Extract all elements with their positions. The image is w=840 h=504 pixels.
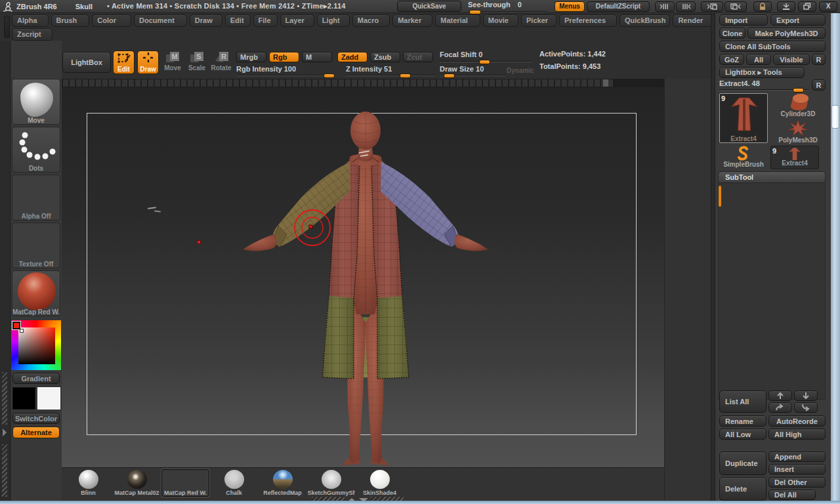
- menu-document[interactable]: Document: [134, 14, 187, 27]
- subtool-move-down-hierarchy-button[interactable]: [794, 402, 818, 413]
- menu-edit[interactable]: Edit: [225, 14, 251, 27]
- all-low-button[interactable]: All Low: [719, 429, 766, 440]
- clone-all-subtools-button[interactable]: Clone All SubTools: [719, 41, 826, 52]
- menu-draw[interactable]: Draw: [190, 14, 222, 27]
- material-reflectedmap[interactable]: ReflectedMap: [259, 469, 306, 497]
- menu-brush[interactable]: Brush: [51, 14, 90, 27]
- dynamic-label[interactable]: Dynamic: [507, 67, 534, 74]
- menu-zscript[interactable]: Zscript: [12, 28, 52, 41]
- current-tool-thumbnail[interactable]: 9 Extract4: [719, 93, 768, 143]
- menu-movie[interactable]: Movie: [483, 14, 518, 27]
- brush-selector[interactable]: Move: [12, 79, 60, 125]
- tool-item-polymesh3d[interactable]: PolyMesh3D: [770, 119, 826, 144]
- rotate-tool-button[interactable]: R Rotate: [210, 51, 232, 74]
- gradient-button[interactable]: Gradient: [12, 373, 60, 384]
- delete-button[interactable]: Delete: [719, 477, 766, 501]
- rgb-intensity-slider[interactable]: Rgb Intensity 100: [236, 65, 335, 76]
- default-zscript-button[interactable]: DefaultZScript: [587, 1, 650, 12]
- tool-item-extract4[interactable]: 9 Extract4: [770, 146, 819, 169]
- append-button[interactable]: Append: [768, 452, 826, 462]
- main-color-swatch[interactable]: [12, 387, 35, 410]
- subtool-scroll-indicator[interactable]: [719, 186, 721, 207]
- zadd-button[interactable]: Zadd: [337, 52, 368, 62]
- right-divider[interactable]: [711, 13, 715, 504]
- m-button[interactable]: M: [302, 52, 332, 62]
- alternate-button[interactable]: Alternate: [12, 427, 60, 438]
- right-scrollbar-thumb[interactable]: [831, 105, 839, 129]
- menu-quickbrush[interactable]: QuickBrush: [620, 14, 670, 27]
- menu-preferences[interactable]: Preferences: [559, 14, 617, 27]
- menu-picker[interactable]: Picker: [521, 14, 556, 27]
- shrink-right-divider-button[interactable]: [676, 1, 696, 12]
- subtool-header[interactable]: SubTool: [718, 171, 826, 183]
- lightbox-tools-button[interactable]: Lightbox ▸ Tools: [719, 67, 805, 78]
- color-picker[interactable]: [11, 320, 61, 370]
- menu-render[interactable]: Render: [673, 14, 713, 27]
- quicksave-button[interactable]: QuickSave: [397, 1, 461, 12]
- import-button[interactable]: Import: [719, 14, 768, 26]
- restore-button[interactable]: [798, 1, 816, 12]
- duplicate-button[interactable]: Duplicate: [719, 452, 766, 475]
- insert-button[interactable]: Insert: [768, 464, 826, 474]
- draw-size-slider[interactable]: Draw Size 10: [440, 65, 505, 76]
- lock-button[interactable]: [753, 1, 772, 12]
- scale-tool-button[interactable]: S Scale: [186, 51, 207, 74]
- timeline-strip[interactable]: [63, 79, 613, 87]
- goz-r-button[interactable]: R: [812, 54, 826, 65]
- subtool-up-button[interactable]: [768, 390, 792, 401]
- slider-r-button[interactable]: R: [812, 79, 826, 91]
- secondary-color-swatch[interactable]: [37, 387, 60, 410]
- menu-file[interactable]: File: [253, 14, 278, 27]
- menu-marker[interactable]: Marker: [392, 14, 432, 27]
- left-divider[interactable]: [0, 41, 10, 504]
- menu-macro[interactable]: Macro: [352, 14, 390, 27]
- minimize-button[interactable]: [777, 1, 795, 12]
- rename-button[interactable]: Rename: [719, 415, 766, 427]
- list-all-button[interactable]: List All: [719, 390, 766, 413]
- model-3d[interactable]: [213, 106, 515, 473]
- subtool-down-button[interactable]: [794, 390, 818, 401]
- texture-selector[interactable]: Texture Off: [12, 222, 60, 268]
- material-matcap-red-wax[interactable]: MatCap Red W.: [161, 469, 209, 497]
- mrgb-button[interactable]: Mrgb: [236, 52, 266, 62]
- menu-edge-handle[interactable]: [4, 16, 10, 38]
- make-polymesh3d-button[interactable]: Make PolyMesh3D: [747, 28, 826, 39]
- tool-item-cylinder3d[interactable]: Cylinder3D: [770, 93, 826, 118]
- rgb-button[interactable]: Rgb: [269, 52, 299, 62]
- material-skinshade4[interactable]: SkinShade4: [356, 469, 404, 497]
- draw-button[interactable]: Draw: [137, 51, 159, 74]
- all-button[interactable]: All: [746, 54, 771, 65]
- z-intensity-slider[interactable]: Z Intensity 51: [346, 65, 436, 76]
- del-all-button[interactable]: Del All: [768, 490, 816, 500]
- zsub-button[interactable]: Zsub: [370, 52, 400, 62]
- goz-button[interactable]: GoZ: [719, 54, 744, 65]
- stroke-selector[interactable]: Dots: [12, 127, 60, 173]
- menu-color[interactable]: Color: [92, 14, 131, 27]
- del-other-button[interactable]: Del Other: [768, 477, 826, 488]
- zcut-button[interactable]: Zcut: [403, 52, 433, 62]
- menu-alpha[interactable]: Alpha: [12, 14, 49, 27]
- left-tray-toggle-button[interactable]: [701, 1, 723, 12]
- export-button[interactable]: Export: [770, 14, 826, 26]
- see-through-slider[interactable]: See-through 0: [468, 1, 547, 12]
- shrink-left-divider-button[interactable]: [655, 1, 675, 12]
- lightbox-button[interactable]: LightBox: [62, 52, 111, 73]
- material-blinn[interactable]: Blinn: [64, 469, 112, 497]
- menus-toggle-button[interactable]: Menus: [555, 1, 585, 12]
- canvas-area[interactable]: [62, 79, 664, 467]
- switchcolor-button[interactable]: SwitchColor: [12, 413, 60, 424]
- all-high-button[interactable]: All High: [768, 429, 826, 440]
- right-tray-toggle-button[interactable]: [724, 1, 747, 12]
- visible-button[interactable]: Visible: [773, 54, 810, 65]
- material-selector[interactable]: MatCap Red W.: [12, 270, 60, 316]
- move-tool-button[interactable]: M Move: [162, 51, 183, 74]
- subtool-move-up-hierarchy-button[interactable]: [768, 402, 792, 413]
- menu-light[interactable]: Light: [317, 14, 350, 27]
- focal-shift-slider[interactable]: Focal Shift 0: [440, 51, 532, 62]
- clone-button[interactable]: Clone: [719, 28, 746, 39]
- autoreorder-button[interactable]: AutoReorde: [768, 415, 826, 427]
- material-sketchgummyshade[interactable]: SketchGummySh: [307, 469, 355, 497]
- document-canvas[interactable]: [62, 87, 664, 467]
- material-chalk[interactable]: Chalk: [210, 469, 258, 497]
- close-button[interactable]: X: [819, 1, 837, 12]
